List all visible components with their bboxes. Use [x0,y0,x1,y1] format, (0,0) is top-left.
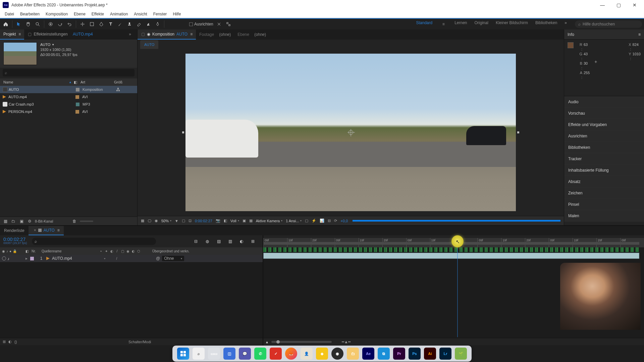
tab-menu-icon[interactable]: ≡ [190,32,193,37]
zoom-out-icon[interactable]: ▴ [266,340,268,344]
zoom-tool-icon[interactable] [34,20,41,28]
taskbar-app2-icon[interactable]: ◆ [316,348,328,360]
taskbar-lightroom-icon[interactable]: Lr [439,348,451,360]
layer-duration-bar[interactable] [263,253,639,259]
taskbar-obs-icon[interactable]: ◉ [331,348,343,360]
anchor-point-icon[interactable] [348,130,353,135]
label-swatch[interactable] [75,95,79,99]
tab-menu-icon[interactable]: ≡ [57,228,60,233]
toggle-modes-icon[interactable]: ◐ [8,340,12,344]
workspace-kleiner[interactable]: Kleiner Bildschirm [496,20,528,28]
layer-shy-toggle[interactable]: ⚬ [102,256,107,261]
workspace-overflow-icon[interactable]: » [565,20,567,28]
graph-editor-icon[interactable]: ⊞ [249,238,257,245]
hand-tool-icon[interactable] [24,20,32,28]
motion-blur-icon[interactable]: ◐ [238,238,245,245]
always-preview-icon[interactable]: ▦ [141,219,144,223]
label-swatch[interactable] [75,110,79,114]
menu-hilfe[interactable]: Hilfe [170,11,183,17]
fast-draft-icon[interactable]: ⚡ [312,219,316,223]
panel-audio[interactable]: Audio [564,96,644,108]
tab-project[interactable]: Projekt ≡ [0,29,24,40]
menu-ebene[interactable]: Ebene [71,11,88,17]
zoom-dropdown[interactable]: 50%▾ [161,219,171,223]
viewport-handle-right[interactable] [517,131,519,133]
minimize-button[interactable]: — [596,0,609,10]
project-item-person-mp4[interactable]: PERSON.mp4 AVI [0,108,137,115]
new-folder-icon[interactable]: 🗀 [11,219,16,224]
text-tool-icon[interactable] [107,20,114,28]
panel-absatz[interactable]: Absatz [564,176,644,187]
zoom-slider-icon[interactable]: ━▲━ [342,340,351,344]
time-navigator[interactable] [271,341,332,343]
label-swatch[interactable] [30,257,34,260]
tab-overflow-icon[interactable]: » [126,32,134,37]
tab-effect-controls[interactable]: ▢ Effekteinstellungen AUTO.mp4 » [24,29,137,40]
layer-quality-toggle[interactable]: / [114,256,119,261]
align-checkbox[interactable]: Ausrichten [189,22,213,26]
menu-effekte[interactable]: Effekte [89,11,107,17]
workspace-standard[interactable]: Standard [416,20,432,28]
stamp-tool-icon[interactable] [126,20,133,28]
parent-dropdown[interactable]: Ohne▾ [162,256,184,261]
lock-col-icon[interactable]: 🔒 [13,249,17,253]
close-button[interactable]: ✕ [628,0,641,10]
views-dropdown[interactable]: 1 Ansi...▾ [286,219,302,223]
taskbar-widgets-icon[interactable]: ◫ [223,348,235,360]
exposure-value[interactable]: +0,0 [340,219,348,223]
maximize-button[interactable]: ▢ [612,0,625,10]
taskbar-chat-icon[interactable]: 💬 [239,348,251,360]
video-col-icon[interactable]: ◉ [2,249,5,253]
layer-name[interactable]: AUTO.mp4 [52,256,102,261]
tab-composition[interactable]: ▢ ◉ Komposition AUTO ≡ [138,29,196,40]
reset-exposure-icon[interactable]: ⟳ [334,219,337,223]
project-item-auto-comp[interactable]: AUTO Komposition [0,86,137,93]
viewport-handle-left[interactable] [182,131,184,133]
taskbar-illustrator-icon[interactable]: Ai [424,348,436,360]
resolution-toggle-icon[interactable]: ▼ [175,219,178,223]
rotate-tool-icon[interactable] [56,20,64,28]
selection-tool-icon[interactable] [15,20,22,28]
comp-mini-flowchart-icon[interactable]: ⊟ [192,238,200,245]
panel-malen[interactable]: Malen [564,210,644,222]
project-item-car-crash[interactable]: Car Crash.mp3 MP3 [0,101,137,108]
layer-audio-icon[interactable]: ♪ [7,256,11,260]
taskbar-firefox-icon[interactable]: 🦊 [285,348,297,360]
anchor-tool-icon[interactable] [79,20,86,28]
workspace-bibliotheken[interactable]: Bibliotheken [535,20,557,28]
eraser-tool-icon[interactable] [135,20,143,28]
taskbar-explorer-icon[interactable]: 🗀 [347,348,359,360]
orbit-tool-icon[interactable] [47,20,54,28]
roi-icon[interactable]: ⊡ [189,219,192,223]
toggle-mask-icon[interactable]: ◉ [155,219,158,223]
camera-dropdown[interactable]: Aktive Kamera▾ [256,219,283,223]
taskbar-vscode-icon[interactable]: ⧉ [378,348,390,360]
layer-visibility-icon[interactable] [2,256,6,260]
pickwhip-icon[interactable]: @ [156,256,160,261]
taskbar-whatsapp-icon[interactable]: ✆ [254,348,266,360]
draft-3d-icon[interactable]: ◍ [204,238,211,245]
timeline-icon[interactable]: 📊 [320,219,324,223]
col-label-icon[interactable]: ◧ [74,80,80,84]
roto-tool-icon[interactable] [145,20,152,28]
home-icon[interactable] [2,20,9,28]
label-swatch[interactable] [76,88,79,92]
interpret-footage-icon[interactable]: ▦ [3,219,8,224]
menu-ansicht[interactable]: Ansicht [131,11,150,17]
panel-bibliotheken[interactable]: Bibliotheken [564,142,644,153]
solo-col-icon[interactable]: ● [9,249,11,253]
workspace-menu-icon[interactable]: ≡ [440,20,447,28]
taskbar-taskview-icon[interactable]: ▭▭ [208,348,220,360]
audio-col-icon[interactable]: ♪ [6,249,8,253]
lock-icon[interactable]: ▢ [28,32,32,37]
pen-tool-icon[interactable] [98,20,105,28]
menu-komposition[interactable]: Komposition [43,11,70,17]
col-nr[interactable]: Nr. [32,249,42,253]
panel-tracker[interactable]: Tracker [564,153,644,165]
close-tab-icon[interactable]: × [34,228,36,233]
color-depth[interactable]: 8-Bit-Kanal [35,219,53,223]
new-comp-icon[interactable]: ▣ [19,219,24,224]
comp-thumbnail[interactable] [3,42,37,65]
panel-pinsel[interactable]: Pinsel [564,199,644,210]
composition-viewport[interactable] [185,54,516,211]
